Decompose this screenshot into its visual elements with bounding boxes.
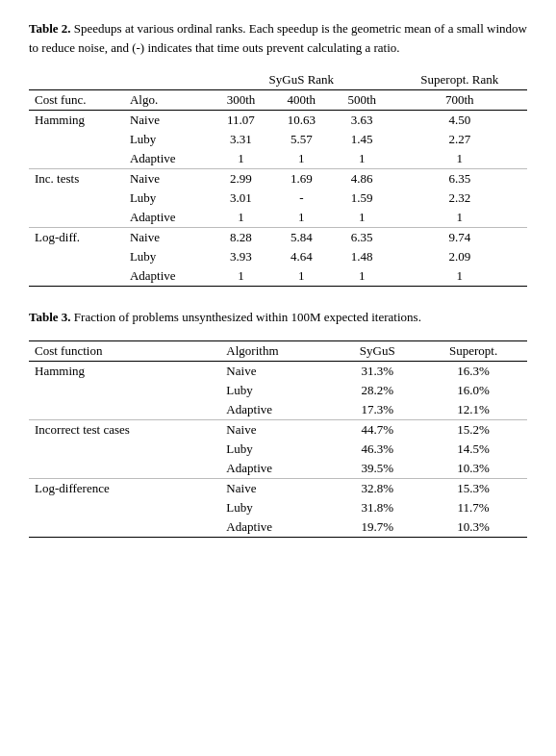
- table-row: Adaptive17.3%12.1%: [29, 400, 527, 420]
- table-row: Log-differenceNaive32.8%15.3%: [29, 478, 527, 498]
- table1-caption-text: Speedups at various ordinal ranks. Each …: [29, 21, 527, 55]
- superopt-cell: 15.3%: [419, 478, 527, 498]
- 300th-header: 300th: [211, 90, 271, 111]
- superopt-rank-header: Superopt. Rank: [392, 70, 527, 90]
- sygus-cell: 19.7%: [335, 517, 419, 538]
- 400th-header: 400th: [271, 90, 332, 111]
- table-row: Adaptive39.5%10.3%: [29, 459, 527, 479]
- algo-cell: Adaptive: [124, 266, 211, 287]
- algorithm-cell: Luby: [220, 498, 335, 517]
- algorithm-header: Algorithm: [220, 340, 335, 361]
- cost-function-cell: Log-difference: [29, 478, 220, 498]
- sygus-cell: 31.8%: [335, 498, 419, 517]
- superopt-cell: 10.3%: [419, 459, 527, 479]
- v400-cell: 1.69: [271, 169, 332, 189]
- v400-cell: 1: [271, 266, 332, 287]
- v700-cell: 1: [392, 149, 527, 169]
- v300-cell: 8.28: [211, 228, 271, 248]
- table2-caption-text: Fraction of problems unsynthesized withi…: [71, 310, 421, 324]
- superopt-cell: 16.0%: [419, 381, 527, 400]
- cost-func-cell: Inc. tests: [29, 169, 124, 189]
- table-row: Luby3.01-1.592.32: [29, 189, 527, 208]
- v500-cell: 1: [332, 208, 392, 228]
- v500-cell: 4.86: [332, 169, 392, 189]
- sygus-cell: 28.2%: [335, 381, 419, 400]
- v400-cell: 5.84: [271, 228, 332, 248]
- v500-cell: 1: [332, 266, 392, 287]
- table-row: Luby46.3%14.5%: [29, 440, 527, 459]
- superopt-cell: 12.1%: [419, 400, 527, 420]
- v300-cell: 1: [211, 208, 271, 228]
- algo-cell: Naive: [124, 228, 211, 248]
- v300-cell: 3.01: [211, 189, 271, 208]
- algo-header: Algo.: [124, 90, 211, 111]
- algorithm-cell: Naive: [220, 361, 335, 381]
- superopt-cell: 11.7%: [419, 498, 527, 517]
- sygus-rank-header: SyGuS Rank: [211, 70, 392, 90]
- v500-cell: 1.45: [332, 130, 392, 149]
- cost-func-cell: Hamming: [29, 111, 124, 131]
- algo-cell: Naive: [124, 169, 211, 189]
- cost-func-header: Cost func.: [29, 90, 124, 111]
- cost-function-cell: [29, 440, 220, 459]
- sygus-cell: 32.8%: [335, 478, 419, 498]
- v700-cell: 1: [392, 208, 527, 228]
- table2-headers-row: Cost function Algorithm SyGuS Superopt.: [29, 340, 527, 361]
- v300-cell: 11.07: [211, 111, 271, 131]
- v700-cell: 2.27: [392, 130, 527, 149]
- algorithm-cell: Adaptive: [220, 517, 335, 538]
- superopt-cell: 15.2%: [419, 419, 527, 440]
- v700-cell: 4.50: [392, 111, 527, 131]
- v500-cell: 1.48: [332, 247, 392, 266]
- table-row: Luby28.2%16.0%: [29, 381, 527, 400]
- cost-func-cell: [29, 149, 124, 169]
- v400-cell: 5.57: [271, 130, 332, 149]
- sygus-cell: 17.3%: [335, 400, 419, 420]
- v400-cell: 1: [271, 149, 332, 169]
- table2-body: HammingNaive31.3%16.3%Luby28.2%16.0%Adap…: [29, 361, 527, 537]
- 500th-header: 500th: [332, 90, 392, 111]
- sygus-cell: 44.7%: [335, 419, 419, 440]
- algorithm-cell: Luby: [220, 440, 335, 459]
- col-group-row: SyGuS Rank Superopt. Rank: [29, 70, 527, 90]
- cost-function-header: Cost function: [29, 340, 220, 361]
- algorithm-cell: Naive: [220, 478, 335, 498]
- superopt-cell: 10.3%: [419, 517, 527, 538]
- table-row: Luby3.934.641.482.09: [29, 247, 527, 266]
- table-row: Adaptive1111: [29, 149, 527, 169]
- v700-cell: 9.74: [392, 228, 527, 248]
- cost-function-cell: Incorrect test cases: [29, 419, 220, 440]
- superopt-header: Superopt.: [419, 340, 527, 361]
- v400-cell: 1: [271, 208, 332, 228]
- cost-func-cell: [29, 189, 124, 208]
- table-row: Adaptive1111: [29, 208, 527, 228]
- table1-body: HammingNaive11.0710.633.634.50Luby3.315.…: [29, 111, 527, 287]
- sygus-header: SyGuS: [335, 340, 419, 361]
- cost-function-cell: [29, 400, 220, 420]
- algorithm-cell: Naive: [220, 419, 335, 440]
- empty-header: [29, 70, 211, 90]
- cost-func-cell: [29, 266, 124, 287]
- algorithm-cell: Luby: [220, 381, 335, 400]
- table2: Cost function Algorithm SyGuS Superopt. …: [29, 340, 527, 538]
- algo-cell: Luby: [124, 247, 211, 266]
- table-row: Log-diff.Naive8.285.846.359.74: [29, 228, 527, 248]
- 700th-header: 700th: [392, 90, 527, 111]
- sygus-cell: 31.3%: [335, 361, 419, 381]
- superopt-cell: 16.3%: [419, 361, 527, 381]
- table-row: HammingNaive31.3%16.3%: [29, 361, 527, 381]
- algorithm-cell: Adaptive: [220, 400, 335, 420]
- table-row: Inc. testsNaive2.991.694.866.35: [29, 169, 527, 189]
- algo-cell: Naive: [124, 111, 211, 131]
- algorithm-cell: Adaptive: [220, 459, 335, 479]
- v700-cell: 2.09: [392, 247, 527, 266]
- v400-cell: 4.64: [271, 247, 332, 266]
- table-row: Adaptive19.7%10.3%: [29, 517, 527, 538]
- table1-caption: Table 2. Speedups at various ordinal ran…: [29, 19, 527, 57]
- table1-caption-bold: Table 2.: [29, 21, 71, 36]
- table2-caption-bold: Table 3.: [29, 310, 71, 324]
- table-row: Luby3.315.571.452.27: [29, 130, 527, 149]
- v300-cell: 1: [211, 266, 271, 287]
- v700-cell: 1: [392, 266, 527, 287]
- v300-cell: 3.93: [211, 247, 271, 266]
